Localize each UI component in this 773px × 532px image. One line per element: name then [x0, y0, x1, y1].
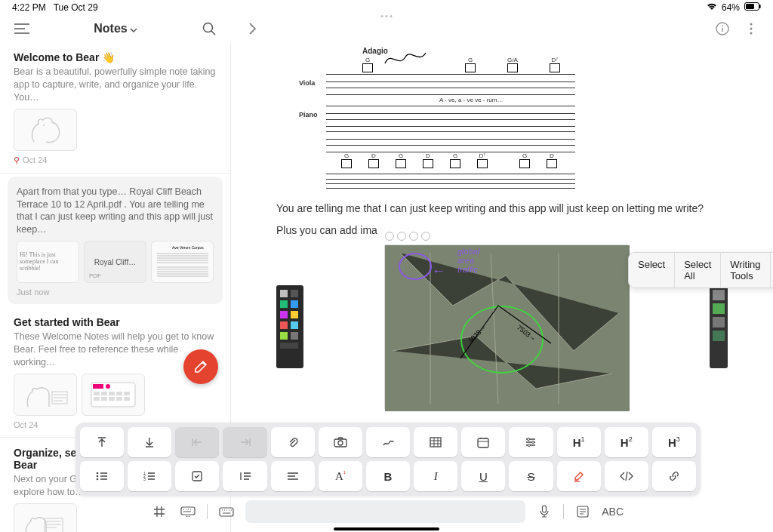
- map-palette-right: [710, 285, 728, 368]
- key-bold[interactable]: B: [366, 461, 410, 491]
- menu-writing-tools[interactable]: Writing Tools: [721, 253, 770, 288]
- svg-rect-15: [94, 392, 100, 395]
- note-title: Welcome to Bear 👋: [14, 51, 217, 63]
- body-text-line1: You are telling me that I can just keep …: [276, 201, 728, 217]
- keyboard-float-icon[interactable]: [217, 502, 236, 521]
- abc-button[interactable]: ABC: [602, 502, 624, 521]
- body-text-line2: Plus you can add ima: [276, 223, 728, 238]
- svg-text:3: 3: [143, 477, 146, 481]
- key-move-up[interactable]: [80, 427, 124, 457]
- svg-rect-22: [109, 397, 115, 401]
- key-italic[interactable]: I: [414, 461, 457, 491]
- key-attach[interactable]: [271, 427, 315, 457]
- svg-rect-41: [713, 303, 725, 314]
- svg-point-45: [338, 441, 343, 445]
- key-strikethrough[interactable]: S: [509, 461, 553, 491]
- status-bar: 4:22 PM Tue Oct 29 64%: [0, 0, 773, 15]
- key-number-list[interactable]: 123: [128, 461, 171, 491]
- svg-rect-28: [280, 300, 288, 308]
- key-sliders[interactable]: [509, 427, 553, 457]
- key-bullet-list[interactable]: [80, 461, 124, 491]
- svg-rect-17: [109, 392, 115, 395]
- note-date: Oct 24: [23, 155, 47, 165]
- key-sketch[interactable]: [366, 427, 410, 457]
- key-link[interactable]: [652, 461, 696, 491]
- svg-point-14: [106, 384, 110, 389]
- search-icon[interactable]: [198, 17, 220, 40]
- svg-rect-16: [101, 392, 107, 395]
- scan-text-icon[interactable]: [573, 502, 593, 521]
- key-highlight[interactable]: [557, 461, 601, 491]
- svg-rect-32: [280, 321, 288, 329]
- grid-icon[interactable]: [149, 502, 169, 521]
- keyboard-bottom-bar: ABC: [149, 499, 624, 524]
- svg-rect-24: [124, 397, 130, 401]
- note-snippet: Bear is a beautiful, powerfully simple n…: [14, 66, 217, 104]
- svg-rect-21: [101, 397, 107, 401]
- key-date[interactable]: [461, 427, 505, 457]
- key-underline[interactable]: U: [461, 461, 505, 491]
- svg-rect-47: [478, 438, 488, 447]
- key-text-style[interactable]: A¹: [319, 461, 362, 491]
- key-quote[interactable]: [223, 461, 266, 491]
- drag-handle-icon[interactable]: [381, 15, 393, 17]
- home-indicator[interactable]: [334, 527, 439, 530]
- chevron-down-icon: [130, 22, 137, 35]
- svg-rect-26: [280, 290, 288, 297]
- notes-dropdown[interactable]: Notes: [94, 22, 137, 35]
- key-move-down[interactable]: [128, 427, 171, 457]
- menu-select-all[interactable]: Select All: [675, 253, 721, 288]
- key-h1[interactable]: H1: [557, 427, 601, 457]
- menu-autofill[interactable]: AutoFill: [771, 253, 774, 288]
- sheet-music-image: Adagio G G G/A D⁷ Viola A - ve, a - ve v…: [326, 47, 575, 190]
- key-camera[interactable]: [319, 427, 362, 457]
- battery-percent: 64%: [722, 2, 740, 13]
- mic-icon[interactable]: [534, 502, 554, 521]
- back-chevron-icon[interactable]: [242, 17, 264, 40]
- thumbnail-pdf: Royal Cliff… PDF: [84, 241, 146, 283]
- svg-text:4038→: 4038→: [467, 324, 488, 345]
- thumbnail: [14, 109, 77, 151]
- text-input-field[interactable]: [245, 500, 525, 523]
- thumbnail: [82, 374, 145, 416]
- note-date: Just now: [17, 288, 49, 297]
- thumbnail: [14, 503, 77, 533]
- note-title: Get started with Bear: [14, 316, 217, 328]
- svg-point-6: [750, 23, 753, 26]
- svg-point-7: [750, 28, 753, 30]
- more-vertical-icon[interactable]: [740, 17, 762, 40]
- key-align[interactable]: [271, 461, 315, 491]
- menu-icon[interactable]: [11, 17, 33, 40]
- svg-rect-30: [280, 311, 288, 318]
- note-item[interactable]: Welcome to Bear 👋 Bear is a beautiful, p…: [0, 42, 230, 174]
- key-table[interactable]: [414, 427, 457, 457]
- svg-rect-25: [45, 518, 63, 533]
- svg-rect-13: [93, 384, 103, 389]
- svg-rect-31: [291, 311, 298, 318]
- svg-rect-34: [280, 332, 288, 340]
- svg-point-9: [43, 125, 45, 126]
- svg-point-53: [97, 478, 99, 481]
- key-h2[interactable]: H2: [605, 427, 648, 457]
- wifi-icon: [707, 2, 717, 13]
- menu-select[interactable]: Select: [629, 253, 675, 288]
- info-icon[interactable]: [711, 17, 734, 40]
- key-checkbox[interactable]: [175, 461, 219, 491]
- key-code[interactable]: [605, 461, 648, 491]
- compose-button[interactable]: [183, 349, 218, 384]
- svg-rect-35: [291, 332, 298, 340]
- svg-rect-36: [280, 343, 298, 349]
- keyboard-icon[interactable]: [178, 502, 198, 521]
- svg-point-48: [528, 438, 530, 440]
- svg-rect-40: [713, 290, 725, 300]
- svg-rect-59: [220, 508, 233, 516]
- key-outdent[interactable]: [175, 427, 219, 457]
- formatting-toolbar: H1 H2 H3 123 A¹ B I U S: [75, 423, 701, 496]
- svg-rect-2: [759, 5, 761, 8]
- note-item-selected[interactable]: Apart from that you type… Royal Cliff Be…: [8, 177, 223, 305]
- key-indent[interactable]: [223, 427, 266, 457]
- thumbnail: [14, 374, 77, 416]
- svg-rect-18: [116, 392, 122, 395]
- svg-point-50: [528, 444, 531, 446]
- key-h3[interactable]: H3: [652, 427, 696, 457]
